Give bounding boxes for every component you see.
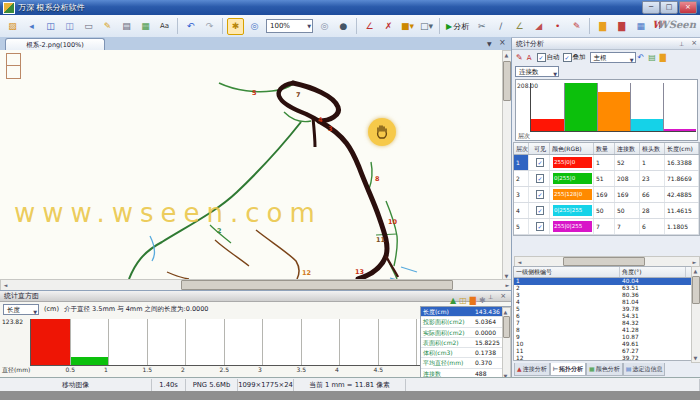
view-icon[interactable]: ● xyxy=(335,18,352,35)
table-row[interactable]: 784.32 xyxy=(514,320,699,327)
settings-gear-icon[interactable]: ✱ xyxy=(479,295,486,306)
scroll-thumb[interactable] xyxy=(181,280,453,290)
scroll-thumb[interactable] xyxy=(503,316,510,338)
scroll-thumb[interactable] xyxy=(692,276,700,304)
table-row[interactable]: 539.78 xyxy=(514,306,699,313)
scroll-left-icon[interactable]: ◄ xyxy=(1,281,10,289)
layer-cell[interactable]: 4 xyxy=(514,203,529,218)
undo-icon[interactable]: ↶ xyxy=(638,53,645,62)
save-report-icon[interactable]: ◫ xyxy=(459,295,467,306)
layer-cell[interactable]: 3 xyxy=(514,187,529,202)
bar-chart-icon[interactable]: ▇ xyxy=(594,18,611,35)
auto-checkbox[interactable]: ✓ xyxy=(537,53,546,62)
summary-row[interactable]: 体积(cm3)0.1738 xyxy=(421,348,511,358)
scroll-thumb[interactable] xyxy=(503,61,511,101)
visible-checkbox[interactable]: ✓ xyxy=(536,158,543,167)
save-as-icon[interactable]: ◫ xyxy=(61,18,78,35)
layer-cell[interactable]: 5 xyxy=(514,219,529,234)
maximize-button[interactable]: □ xyxy=(660,1,678,14)
tab-拓扑分析[interactable]: ⊢拓扑分析 xyxy=(550,363,586,376)
summary-row[interactable]: 长度(cm)143.436 xyxy=(421,307,511,317)
measure-icon[interactable]: ∠ xyxy=(361,18,378,35)
close-button[interactable]: × xyxy=(679,1,697,14)
cut-icon[interactable]: ✂ xyxy=(473,18,490,35)
text-icon[interactable]: Aa xyxy=(156,18,173,35)
open-icon[interactable]: ▨ xyxy=(4,18,21,35)
summary-scrollbar[interactable]: ▲▼ xyxy=(502,307,511,381)
table-row[interactable]: 1239.72 xyxy=(514,355,699,362)
visible-checkbox[interactable]: ✓ xyxy=(536,174,543,183)
edit-pencil-icon[interactable]: ✎ xyxy=(99,18,116,35)
overlay-checkbox[interactable]: ✓ xyxy=(563,53,572,62)
undo-icon[interactable]: ↶ xyxy=(182,18,199,35)
table-row[interactable]: 3✓255|128|01691696642.4885 xyxy=(514,187,699,203)
print-icon[interactable]: ▭ xyxy=(80,18,97,35)
scroll-right-icon[interactable]: ► xyxy=(690,258,699,266)
table-row[interactable]: 1167.27 xyxy=(514,348,699,355)
report-icon[interactable]: ▤ xyxy=(648,53,656,62)
stats-icon[interactable]: ▇ xyxy=(613,18,630,35)
panel-close-icon[interactable]: × xyxy=(691,39,697,48)
zoom-level-select[interactable]: 100%▼ xyxy=(266,19,313,33)
scroll-up-icon[interactable]: ▲ xyxy=(502,308,509,316)
table-row[interactable]: 654.31 xyxy=(514,313,699,320)
angle-table-scrollbar[interactable]: ▲ ▼ xyxy=(691,266,700,363)
chart-icon[interactable]: ▇ xyxy=(660,53,666,62)
tab-list-dropdown-icon[interactable]: ▼ xyxy=(487,40,492,47)
visible-checkbox[interactable]: ✓ xyxy=(536,190,543,199)
color-dropdown-icon[interactable]: ■▾ xyxy=(399,18,416,35)
visible-checkbox[interactable]: ✓ xyxy=(536,206,543,215)
scroll-thumb[interactable] xyxy=(563,257,645,266)
visible-checkbox[interactable]: ✓ xyxy=(536,222,543,231)
line-chart-icon[interactable]: ▲ xyxy=(450,295,456,306)
scroll-left-icon[interactable]: ◄ xyxy=(515,258,524,266)
angle-icon[interactable]: ∠ xyxy=(511,18,528,35)
image-canvas[interactable]: www.wseen.com 75438101113122 xyxy=(0,50,511,279)
path-icon[interactable]: ∕ xyxy=(492,18,509,35)
summary-row[interactable]: 平均直径(mm)0.370 xyxy=(421,358,511,368)
layer-cell[interactable]: 1 xyxy=(514,155,529,170)
root-type-select[interactable]: 主根▼ xyxy=(590,52,636,63)
minimize-button[interactable]: ─ xyxy=(642,1,660,14)
scroll-down-icon[interactable]: ▼ xyxy=(691,354,700,362)
table-row[interactable]: 2✓0|255|0512082371.8669 xyxy=(514,171,699,187)
hand-tool-icon[interactable]: ✱ xyxy=(227,18,244,35)
table-row[interactable]: 5✓255|0|2557761.1805 xyxy=(514,219,699,235)
table-row[interactable]: 1049.61 xyxy=(514,341,699,348)
brush-icon[interactable]: ✎ xyxy=(568,18,585,35)
export-icon[interactable]: ▤ xyxy=(118,18,135,35)
metric-select[interactable]: 连接数▼ xyxy=(515,66,559,77)
zoom-out-icon[interactable]: ◎ xyxy=(316,18,333,35)
save-icon[interactable]: ◫ xyxy=(42,18,59,35)
analyze-button[interactable]: ▶分析 xyxy=(446,21,469,32)
import-icon[interactable]: ◂ xyxy=(23,18,40,35)
layer-cell[interactable]: 2 xyxy=(514,171,529,186)
table-row[interactable]: 140.04 xyxy=(514,278,699,285)
tab-颜色分析[interactable]: ▦颜色分析 xyxy=(586,363,623,376)
erase-icon[interactable]: ◢ xyxy=(530,18,547,35)
summary-row[interactable]: 表面积(cm2)15.8225 xyxy=(421,338,511,348)
table-row[interactable]: 380.36 xyxy=(514,292,699,299)
histogram-metric-select[interactable]: 长度▼ xyxy=(3,304,39,315)
bar-chart-icon[interactable]: ▇ xyxy=(470,295,476,306)
tab-close-icon[interactable]: × xyxy=(499,38,506,47)
pin-icon[interactable]: ⊥ xyxy=(679,40,686,47)
image-icon[interactable]: ▦ xyxy=(137,18,154,35)
grid-icon[interactable]: ▦ xyxy=(632,18,649,35)
redo-icon[interactable]: ↷ xyxy=(201,18,218,35)
table-row[interactable]: 4✓0|255|25550502811.4615 xyxy=(514,203,699,219)
scroll-up-icon[interactable]: ▲ xyxy=(691,267,700,275)
table-row[interactable]: 841.28 xyxy=(514,327,699,334)
table-row[interactable]: 481.04 xyxy=(514,299,699,306)
shape-dropdown-icon[interactable]: □▾ xyxy=(418,18,435,35)
table-row[interactable]: 910.87 xyxy=(514,334,699,341)
mark-icon[interactable]: ✗ xyxy=(380,18,397,35)
tab-连接分析[interactable]: ▲连接分析 xyxy=(514,363,550,376)
label-a-icon[interactable]: A xyxy=(527,54,532,62)
pencil-icon[interactable]: ✎ xyxy=(516,53,523,62)
point-icon[interactable]: • xyxy=(549,18,566,35)
summary-row[interactable]: 投影面积(cm2)5.0364 xyxy=(421,317,511,327)
scroll-up-icon[interactable]: ▲ xyxy=(502,51,511,59)
table-row[interactable]: 263.51 xyxy=(514,285,699,292)
tab-选定边信息[interactable]: ▤选定边信息 xyxy=(623,363,666,376)
